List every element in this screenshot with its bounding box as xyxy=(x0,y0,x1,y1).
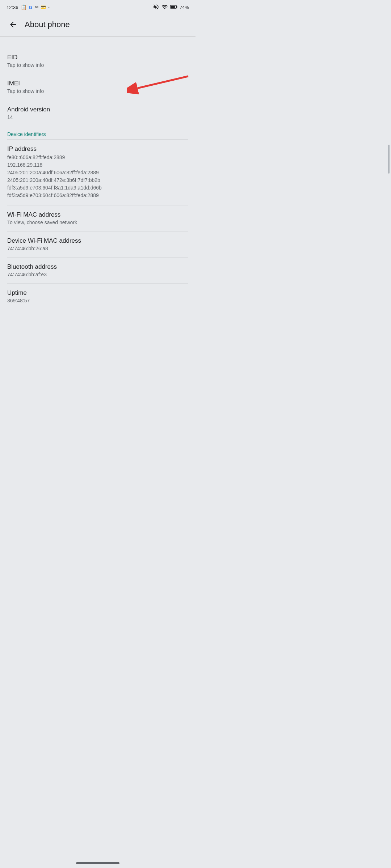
ip-line-4: 2405:201:200a:40df:472e:3b6f:7df7:bb2b xyxy=(7,176,188,184)
ip-address-title: IP address xyxy=(7,145,188,153)
svg-rect-1 xyxy=(177,6,177,7)
android-version-value: 14 xyxy=(7,114,188,120)
wifi-mac-item[interactable]: Wi-Fi MAC address To view, choose saved … xyxy=(0,205,196,231)
android-version-title: Android version xyxy=(7,106,188,113)
wifi-mac-subtitle: To view, choose saved network xyxy=(7,220,188,225)
ip-line-2: 192.168.29.118 xyxy=(7,161,188,169)
app-bar: About phone xyxy=(0,13,196,36)
imei-title: IMEI xyxy=(7,80,188,87)
ip-line-3: 2405:201:200a:40df:606a:82ff:feda:2889 xyxy=(7,169,188,176)
bluetooth-item[interactable]: Bluetooth address 74:74:46:bb:af:e3 xyxy=(0,258,196,283)
device-wifi-mac-title: Device Wi-Fi MAC address xyxy=(7,237,188,244)
page-title: About phone xyxy=(25,20,70,29)
wallet-icon: 💳 xyxy=(41,5,46,10)
partial-top-item xyxy=(0,37,196,48)
eid-title: EID xyxy=(7,54,188,61)
device-wifi-mac-item[interactable]: Device Wi-Fi MAC address 74:74:46:bb:26:… xyxy=(0,231,196,257)
status-right: 74% xyxy=(153,4,189,11)
ip-line-5: fdf3:a5d9:e703:604f:f8a1:1da9:a1dd:d66b xyxy=(7,184,188,192)
notification-icon: 📋 xyxy=(21,4,27,10)
wifi-icon xyxy=(161,4,168,11)
device-wifi-mac-value: 74:74:46:bb:26:a8 xyxy=(7,246,188,251)
ip-address-values: fe80::606a:82ff:feda:2889 192.168.29.118… xyxy=(7,154,188,199)
battery-percent: 74% xyxy=(180,5,189,10)
eid-item[interactable]: EID Tap to show info xyxy=(0,48,196,74)
google-icon: G xyxy=(29,5,33,10)
device-identifiers-header: Device identifiers xyxy=(0,126,196,139)
battery-icon xyxy=(170,4,177,10)
status-left: 12:36 📋 G ✉ 💳 · xyxy=(7,4,50,10)
ip-address-item[interactable]: IP address fe80::606a:82ff:feda:2889 192… xyxy=(0,140,196,205)
back-button[interactable] xyxy=(6,17,20,32)
imei-item[interactable]: IMEI Tap to show info xyxy=(0,74,196,100)
imei-subtitle: Tap to show info xyxy=(7,88,188,94)
mute-icon xyxy=(153,4,159,11)
svg-rect-2 xyxy=(171,6,175,8)
uptime-item[interactable]: Uptime 369:48:57 xyxy=(0,284,196,309)
ip-line-1: fe80::606a:82ff:feda:2889 xyxy=(7,154,188,161)
eid-subtitle: Tap to show info xyxy=(7,62,188,68)
uptime-value: 369:48:57 xyxy=(7,298,188,303)
bluetooth-title: Bluetooth address xyxy=(7,263,188,271)
wifi-mac-title: Wi-Fi MAC address xyxy=(7,211,188,218)
ip-line-6: fdf3:a5d9:e703:604f:606a:82ff:feda:2889 xyxy=(7,192,188,199)
time-display: 12:36 xyxy=(7,5,18,10)
uptime-title: Uptime xyxy=(7,289,188,297)
bluetooth-value: 74:74:46:bb:af:e3 xyxy=(7,272,188,277)
settings-list: EID Tap to show info IMEI Tap to show in… xyxy=(0,37,196,309)
status-bar: 12:36 📋 G ✉ 💳 · 74% xyxy=(0,0,196,13)
mail-icon: ✉ xyxy=(35,5,38,10)
android-version-item[interactable]: Android version 14 xyxy=(0,100,196,126)
